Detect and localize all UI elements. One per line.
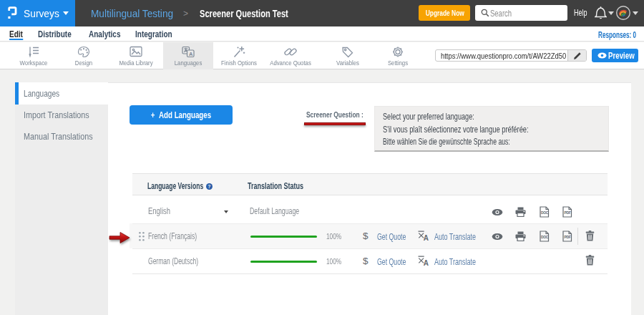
- svg-text:A: A: [424, 259, 429, 267]
- svg-text:?: ?: [208, 184, 211, 189]
- svg-text:A: A: [424, 234, 429, 242]
- svg-text:A: A: [189, 51, 193, 57]
